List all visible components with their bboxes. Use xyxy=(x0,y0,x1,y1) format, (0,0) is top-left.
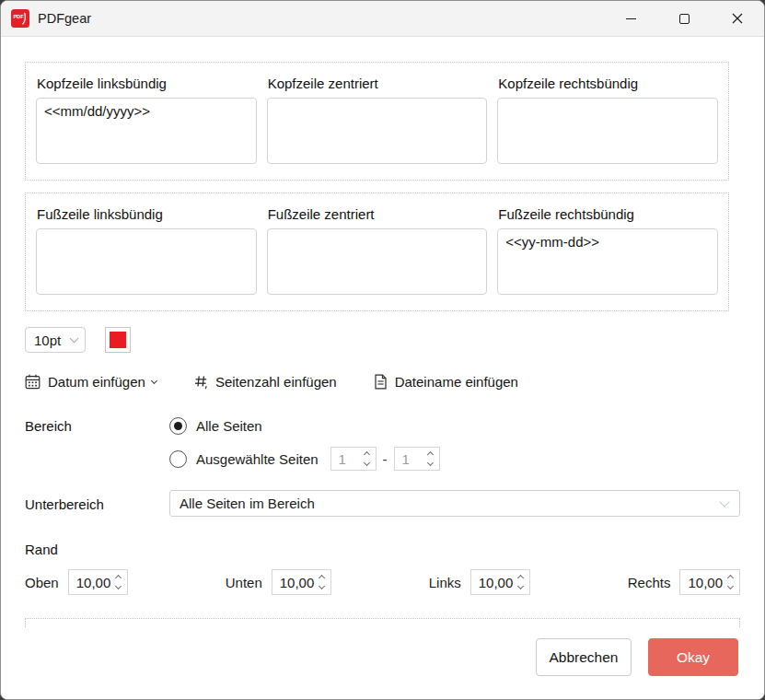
margins-row: Oben 10,00 Unten 10,00 xyxy=(25,569,740,595)
margin-top-value: 10,00 xyxy=(69,575,115,590)
margin-right-stepper[interactable]: 10,00 xyxy=(679,569,740,595)
footer-right-label: Fußzeile rechtsbündig xyxy=(498,206,718,222)
insert-date-button[interactable]: Datum einfügen xyxy=(25,374,156,390)
okay-button[interactable]: Okay xyxy=(648,638,738,676)
window-title: PDFgear xyxy=(38,11,91,26)
pdfgear-dialog: PDF PDFgear Kopfzeile linksbündig <<mm/d… xyxy=(0,0,765,700)
footer-right-input[interactable]: <<yy-mm-dd>> xyxy=(497,228,718,295)
stepper-down-icon[interactable] xyxy=(727,583,734,589)
page-to-value: 1 xyxy=(395,451,426,467)
all-pages-radio[interactable] xyxy=(169,417,187,435)
margin-left-label: Links xyxy=(429,575,461,590)
page-range-inputs: 1 - 1 xyxy=(330,447,440,471)
maximize-button[interactable] xyxy=(657,1,711,36)
selected-pages-label: Ausgewählte Seiten xyxy=(196,451,319,467)
minimize-icon xyxy=(626,18,636,19)
stepper-up-icon[interactable] xyxy=(364,451,370,458)
margin-top-stepper[interactable]: 10,00 xyxy=(68,569,129,595)
margin-left-item: Links 10,00 xyxy=(429,569,531,595)
header-center-field: Kopfzeile zentriert xyxy=(267,72,488,168)
svg-text:PDF: PDF xyxy=(13,14,24,19)
footer-left-label: Fußzeile linksbündig xyxy=(37,206,257,222)
stepper-down-icon[interactable] xyxy=(517,583,524,589)
selected-pages-option[interactable]: Ausgewählte Seiten 1 - 1 xyxy=(169,447,440,471)
header-left-field: Kopfzeile linksbündig <<mm/dd/yyyy>> xyxy=(36,72,257,168)
range-options: Alle Seiten Ausgewählte Seiten 1 - xyxy=(169,417,440,471)
subrange-value: Alle Seiten im Bereich xyxy=(180,496,315,511)
insert-actions-bar: Datum einfügen Seitenzahl einfügen xyxy=(25,374,740,390)
stepper-down-icon[interactable] xyxy=(427,460,434,466)
all-pages-label: Alle Seiten xyxy=(196,418,262,434)
file-icon xyxy=(374,374,388,390)
footer-left-input[interactable] xyxy=(36,228,257,295)
header-right-input[interactable] xyxy=(497,98,718,164)
minimize-button[interactable] xyxy=(604,1,657,36)
header-left-input[interactable]: <<mm/dd/yyyy>> xyxy=(36,98,257,164)
margin-bottom-value: 10,00 xyxy=(272,575,319,590)
hash-icon xyxy=(193,374,208,390)
margin-right-item: Rechts 10,00 xyxy=(628,569,740,595)
margin-right-label: Rechts xyxy=(628,575,671,590)
subrange-section: Unterbereich Alle Seiten im Bereich xyxy=(25,490,740,517)
title-bar: PDF PDFgear xyxy=(1,1,764,37)
page-from-stepper[interactable]: 1 xyxy=(330,447,377,471)
subrange-label: Unterbereich xyxy=(25,496,169,512)
dialog-footer: Abbrechen Okay xyxy=(1,628,764,699)
stepper-up-icon[interactable] xyxy=(319,575,325,581)
margin-right-value: 10,00 xyxy=(680,575,726,590)
all-pages-option[interactable]: Alle Seiten xyxy=(169,417,440,435)
header-center-input[interactable] xyxy=(267,98,488,164)
insert-filename-button[interactable]: Dateiname einfügen xyxy=(374,374,518,390)
close-button[interactable] xyxy=(711,1,764,36)
font-color-button[interactable] xyxy=(105,327,131,353)
margin-bottom-label: Unten xyxy=(226,575,262,590)
cancel-button[interactable]: Abbrechen xyxy=(536,638,632,676)
stepper-up-icon[interactable] xyxy=(115,575,122,581)
range-section-label: Bereich xyxy=(25,417,169,434)
header-fields-group: Kopfzeile linksbündig <<mm/dd/yyyy>> Kop… xyxy=(25,62,729,181)
format-bar: 10pt xyxy=(25,327,740,353)
footer-center-label: Fußzeile zentriert xyxy=(268,206,488,222)
insert-page-number-button[interactable]: Seitenzahl einfügen xyxy=(193,374,337,390)
footer-left-field: Fußzeile linksbündig xyxy=(36,203,257,298)
font-size-value: 10pt xyxy=(34,332,61,348)
stepper-up-icon[interactable] xyxy=(517,575,524,581)
stepper-down-icon[interactable] xyxy=(364,460,370,466)
stepper-up-icon[interactable] xyxy=(427,451,434,458)
stepper-up-icon[interactable] xyxy=(727,575,734,581)
header-right-label: Kopfzeile rechtsbündig xyxy=(498,76,718,91)
stepper-down-icon[interactable] xyxy=(115,583,122,589)
footer-center-field: Fußzeile zentriert xyxy=(267,203,488,298)
selected-pages-radio[interactable] xyxy=(169,450,187,468)
margin-left-value: 10,00 xyxy=(471,575,517,590)
margins-section-label: Rand xyxy=(25,542,740,557)
page-to-stepper[interactable]: 1 xyxy=(394,447,440,471)
pdfgear-logo-icon: PDF xyxy=(11,9,29,28)
header-center-label: Kopfzeile zentriert xyxy=(268,76,488,91)
range-section: Bereich Alle Seiten Ausgewählte Seiten 1 xyxy=(25,417,740,471)
margin-top-label: Oben xyxy=(25,575,59,590)
maximize-icon xyxy=(679,14,690,24)
footer-right-field: Fußzeile rechtsbündig <<yy-mm-dd>> xyxy=(497,203,718,298)
stepper-down-icon[interactable] xyxy=(319,583,325,589)
window-controls xyxy=(604,1,764,36)
subrange-select[interactable]: Alle Seiten im Bereich xyxy=(169,490,740,517)
margin-bottom-stepper[interactable]: 10,00 xyxy=(272,569,332,595)
insert-page-number-label: Seitenzahl einfügen xyxy=(215,374,337,390)
margin-bottom-item: Unten 10,00 xyxy=(226,569,332,595)
footer-center-input[interactable] xyxy=(267,228,488,295)
font-color-swatch xyxy=(110,332,126,348)
margin-left-stepper[interactable]: 10,00 xyxy=(470,569,531,595)
calendar-icon xyxy=(25,374,41,390)
insert-filename-label: Dateiname einfügen xyxy=(395,374,518,390)
margin-top-item: Oben 10,00 xyxy=(25,569,128,595)
dialog-content: Kopfzeile linksbündig <<mm/dd/yyyy>> Kop… xyxy=(1,37,764,699)
chevron-down-icon xyxy=(70,334,79,344)
chevron-down-icon xyxy=(719,496,729,507)
page-from-value: 1 xyxy=(331,451,363,467)
footer-fields-group: Fußzeile linksbündig Fußzeile zentriert … xyxy=(25,192,729,311)
chevron-down-icon xyxy=(151,378,157,384)
font-size-select[interactable]: 10pt xyxy=(25,327,86,353)
page-range-separator: - xyxy=(383,451,388,467)
header-left-label: Kopfzeile linksbündig xyxy=(37,76,257,91)
